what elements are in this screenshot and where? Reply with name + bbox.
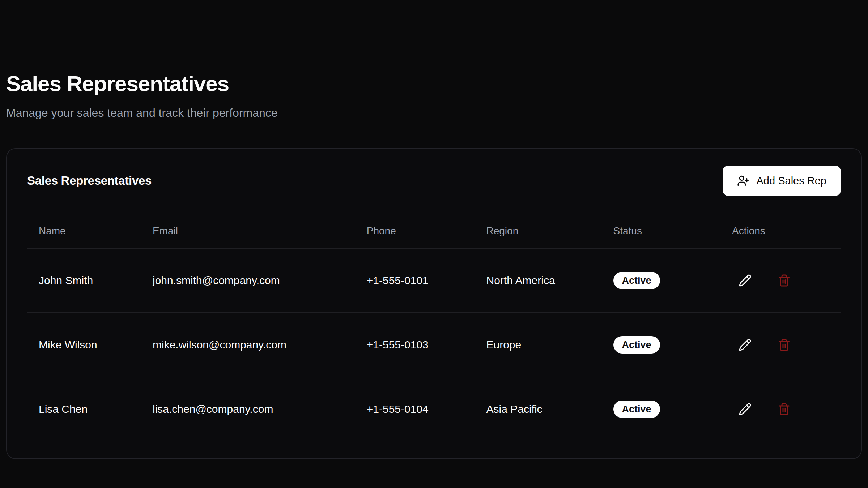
column-header-region: Region — [475, 213, 602, 248]
cell-actions — [720, 313, 841, 377]
card-title: Sales Representatives — [27, 174, 152, 188]
page-title: Sales Representatives — [6, 71, 862, 97]
column-header-actions: Actions — [720, 213, 841, 248]
cell-name: John Smith — [27, 248, 141, 313]
delete-button[interactable] — [771, 396, 797, 422]
cell-region: North America — [475, 248, 602, 313]
trash-icon — [778, 338, 791, 351]
cell-region: Europe — [475, 313, 602, 377]
cell-phone: +1-555-0104 — [355, 377, 475, 441]
cell-email: john.smith@company.com — [141, 248, 355, 313]
table-header-row: Name Email Phone Region Status Actions — [27, 213, 841, 248]
cell-email: lisa.chen@company.com — [141, 377, 355, 441]
cell-status: Active — [602, 248, 721, 313]
table-body: John Smith john.smith@company.com +1-555… — [27, 248, 841, 441]
table-row: Mike Wilson mike.wilson@company.com +1-5… — [27, 313, 841, 377]
edit-button[interactable] — [732, 267, 758, 294]
status-badge: Active — [613, 401, 660, 418]
status-badge: Active — [613, 336, 660, 354]
cell-actions — [720, 377, 841, 441]
user-plus-icon — [737, 175, 749, 187]
add-sales-rep-button-label: Add Sales Rep — [757, 175, 826, 187]
page-subtitle: Manage your sales team and track their p… — [6, 106, 862, 120]
cell-phone: +1-555-0103 — [355, 313, 475, 377]
cell-phone: +1-555-0101 — [355, 248, 475, 313]
edit-button[interactable] — [732, 396, 758, 422]
add-sales-rep-button[interactable]: Add Sales Rep — [723, 166, 841, 196]
pencil-icon — [739, 403, 752, 416]
column-header-phone: Phone — [355, 213, 475, 248]
edit-button[interactable] — [732, 332, 758, 358]
cell-region: Asia Pacific — [475, 377, 602, 441]
delete-button[interactable] — [771, 267, 797, 294]
delete-button[interactable] — [771, 332, 797, 358]
column-header-name: Name — [27, 213, 141, 248]
sales-reps-card: Sales Representatives Add Sales Rep — [6, 148, 862, 459]
pencil-icon — [739, 274, 752, 287]
cell-actions — [720, 248, 841, 313]
table-row: John Smith john.smith@company.com +1-555… — [27, 248, 841, 313]
trash-icon — [778, 274, 791, 287]
table-row: Lisa Chen lisa.chen@company.com +1-555-0… — [27, 377, 841, 441]
card-header: Sales Representatives Add Sales Rep — [27, 166, 841, 196]
column-header-status: Status — [602, 213, 721, 248]
cell-email: mike.wilson@company.com — [141, 313, 355, 377]
cell-status: Active — [602, 377, 721, 441]
trash-icon — [778, 403, 791, 416]
page-container: Sales Representatives Manage your sales … — [0, 71, 868, 459]
pencil-icon — [739, 338, 752, 351]
status-badge: Active — [613, 272, 660, 289]
cell-name: Mike Wilson — [27, 313, 141, 377]
sales-reps-table: Name Email Phone Region Status Actions J… — [27, 213, 841, 441]
column-header-email: Email — [141, 213, 355, 248]
cell-name: Lisa Chen — [27, 377, 141, 441]
cell-status: Active — [602, 313, 721, 377]
